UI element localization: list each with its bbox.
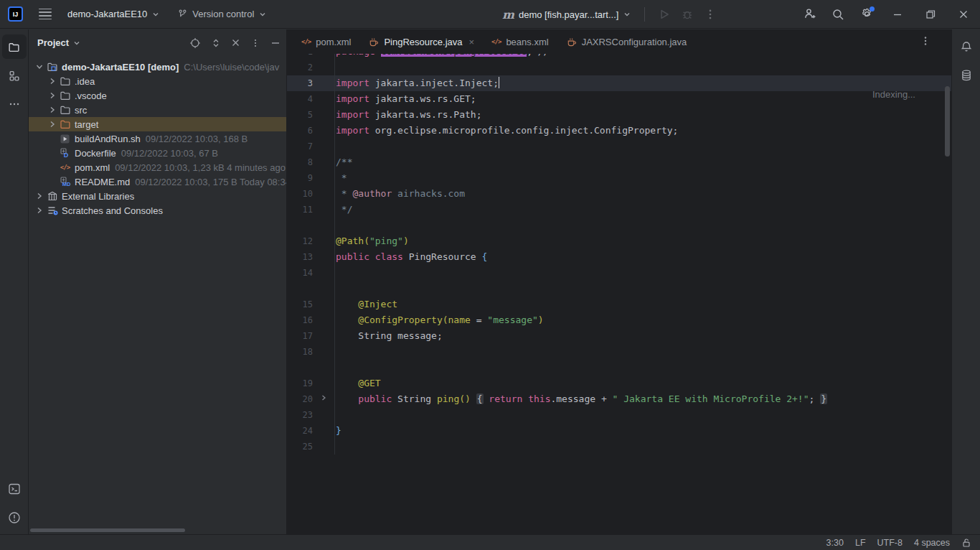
line-number[interactable]: 18 xyxy=(287,344,313,360)
collapse-all-button[interactable] xyxy=(231,38,240,47)
editor-tab-jaxrsconfiguration.java[interactable]: JAXRSConfiguration.java xyxy=(557,29,696,54)
line-number[interactable]: 8 xyxy=(287,154,313,170)
code-text[interactable]: @Inject xyxy=(334,297,951,312)
terminal-tool-window-button[interactable] xyxy=(2,477,27,501)
code-line-18[interactable]: 18 xyxy=(287,344,951,360)
hide-panel-button[interactable] xyxy=(270,38,281,48)
main-menu-button[interactable] xyxy=(39,9,52,19)
code-line[interactable] xyxy=(287,281,951,297)
code-text[interactable]: /** xyxy=(334,154,951,170)
status-caret-position[interactable]: 3:30 xyxy=(826,538,844,548)
chevron-right-icon[interactable] xyxy=(33,190,46,202)
line-number[interactable]: 12 xyxy=(287,233,313,249)
line-number[interactable]: 1 xyxy=(287,54,313,60)
code-text[interactable]: import jakarta.ws.rs.GET; xyxy=(334,91,951,107)
code-text[interactable] xyxy=(334,281,951,297)
select-opened-file-button[interactable] xyxy=(189,37,201,49)
line-number[interactable]: 17 xyxy=(287,328,313,344)
status-indent-style[interactable]: 4 spaces xyxy=(914,538,950,548)
horizontal-scrollbar[interactable] xyxy=(30,528,185,532)
problems-tool-window-button[interactable] xyxy=(2,505,27,530)
code-viewport[interactable]: 1package com.airhacks.ping.resource; //2… xyxy=(287,54,951,534)
expand-collapse-button[interactable] xyxy=(211,38,221,48)
code-text[interactable] xyxy=(334,407,951,423)
code-text[interactable] xyxy=(334,360,951,376)
debug-button[interactable] xyxy=(681,8,694,21)
code-text[interactable]: @GET xyxy=(334,376,951,391)
line-number[interactable]: 2 xyxy=(287,60,313,75)
code-line-24[interactable]: 24} xyxy=(287,423,951,439)
close-button[interactable] xyxy=(947,0,980,29)
chevron-right-icon[interactable] xyxy=(46,75,59,87)
intellij-logo-icon[interactable]: IJ xyxy=(8,6,23,22)
run-button[interactable] xyxy=(658,8,671,21)
code-text[interactable]: public class PingResource { xyxy=(334,249,951,265)
line-number[interactable] xyxy=(287,281,313,297)
status-file-encoding[interactable]: UTF-8 xyxy=(877,538,903,548)
line-number[interactable]: 19 xyxy=(287,376,313,391)
code-line-10[interactable]: 10 * @author airhacks.com xyxy=(287,186,951,202)
code-text[interactable] xyxy=(334,139,951,154)
tree-item-.idea[interactable]: .idea xyxy=(29,74,286,88)
editor-tab-beans.xml[interactable]: </>beans.xml xyxy=(483,29,557,54)
project-selector[interactable]: demo-JakartaEE10 xyxy=(67,9,160,19)
line-number[interactable]: 16 xyxy=(287,312,313,328)
line-number[interactable]: 25 xyxy=(287,439,313,455)
code-line-16[interactable]: 16 @ConfigProperty(name = "message") xyxy=(287,312,951,328)
line-number[interactable]: 10 xyxy=(287,186,313,202)
more-actions-button[interactable] xyxy=(704,8,717,21)
more-tool-windows-button[interactable] xyxy=(2,92,27,116)
notifications-button[interactable] xyxy=(954,34,979,59)
code-text[interactable] xyxy=(334,60,951,75)
code-text[interactable]: package com.airhacks.ping.resource; // xyxy=(334,54,951,60)
code-text[interactable] xyxy=(334,344,951,360)
code-line-23[interactable]: 23 xyxy=(287,407,951,423)
line-number[interactable]: 6 xyxy=(287,123,313,139)
tree-item-dockerfile[interactable]: DDockerfile09/12/2022 10:03, 67 B xyxy=(29,146,286,160)
chevron-right-icon[interactable] xyxy=(33,205,46,216)
line-number[interactable]: 23 xyxy=(287,407,313,423)
restore-button[interactable] xyxy=(914,0,947,29)
line-number[interactable]: 3 xyxy=(287,75,313,91)
code-line-2[interactable]: 2 xyxy=(287,60,951,75)
run-configuration-selector[interactable]: m demo [fish.payar...tart...] xyxy=(502,8,631,22)
structure-tool-window-button[interactable] xyxy=(2,63,27,88)
code-text[interactable] xyxy=(334,265,951,281)
code-text[interactable]: public String ping() { return this.messa… xyxy=(334,391,951,407)
line-number[interactable]: 11 xyxy=(287,202,313,218)
chevron-down-icon[interactable] xyxy=(33,61,46,73)
code-text[interactable]: import jakarta.inject.Inject; xyxy=(334,75,951,91)
tree-item-target[interactable]: target xyxy=(29,117,286,131)
tab-close-icon[interactable]: × xyxy=(469,37,475,47)
editor-tab-pingresource.java[interactable]: PingResource.java× xyxy=(359,29,483,54)
code-text[interactable]: @Path("ping") xyxy=(334,233,951,249)
code-line-13[interactable]: 13public class PingResource { xyxy=(287,249,951,265)
tree-item-src[interactable]: src xyxy=(29,103,286,117)
status-line-separator[interactable]: LF xyxy=(855,538,866,548)
code-line-3[interactable]: 3import jakarta.inject.Inject; xyxy=(287,75,951,91)
tree-item-pom.xml[interactable]: </>pom.xml09/12/2022 10:03, 1,23 kB 4 mi… xyxy=(29,160,286,174)
line-number[interactable]: 24 xyxy=(287,423,313,439)
readonly-lock-button[interactable] xyxy=(961,538,971,548)
line-number[interactable]: 4 xyxy=(287,91,313,107)
tab-list-button[interactable] xyxy=(920,35,931,47)
line-number[interactable]: 5 xyxy=(287,107,313,123)
project-panel-title[interactable]: Project xyxy=(37,37,81,48)
code-line-17[interactable]: 17 String message; xyxy=(287,328,951,344)
code-line-4[interactable]: 4import jakarta.ws.rs.GET; xyxy=(287,91,951,107)
code-line-8[interactable]: 8/** xyxy=(287,154,951,170)
line-number[interactable]: 7 xyxy=(287,139,313,154)
code-text[interactable]: * @author airhacks.com xyxy=(334,186,951,202)
code-with-me-button[interactable] xyxy=(795,0,824,29)
line-number[interactable] xyxy=(287,360,313,376)
code-line-7[interactable]: 7 xyxy=(287,139,951,154)
code-line-6[interactable]: 6import org.eclipse.microprofile.config.… xyxy=(287,123,951,139)
database-tool-window-button[interactable] xyxy=(954,63,979,88)
line-number[interactable]: 13 xyxy=(287,249,313,265)
editor-scrollbar[interactable] xyxy=(945,86,950,157)
code-text[interactable]: * xyxy=(334,170,951,186)
settings-button[interactable] xyxy=(852,0,881,29)
fold-arrow-icon[interactable] xyxy=(313,391,334,407)
panel-options-button[interactable] xyxy=(250,38,260,48)
code-line-1[interactable]: 1package com.airhacks.ping.resource; // xyxy=(287,54,951,60)
